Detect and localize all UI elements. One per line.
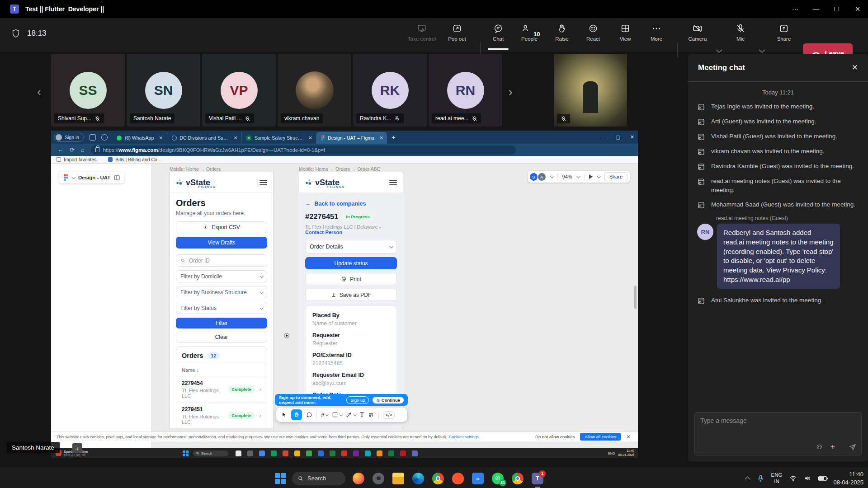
chevron-down-icon[interactable] [550,174,553,178]
mic-button[interactable]: Mic [726,23,755,48]
tray-expand-icon[interactable] [745,476,750,481]
chat-close-icon[interactable]: ✕ [852,63,858,72]
chevron-right-icon[interactable]: › [259,386,261,393]
people-button[interactable]: 10 People [515,23,543,48]
tab-close-icon[interactable]: ✕ [308,135,312,141]
present-chevron-icon[interactable] [597,174,600,178]
battery-icon[interactable] [818,476,827,481]
camera-options-chevron-icon[interactable] [716,47,722,53]
refresh-icon[interactable]: ⟳ [70,146,75,153]
presenter-add-button[interactable]: + [72,443,82,453]
wifi-icon[interactable] [789,474,797,482]
figma-canvas[interactable]: Design - UAT S A 94% Share Mobile: Home … [51,164,638,448]
order-details-select[interactable]: Order Details [305,240,397,253]
react-button[interactable]: React [579,23,607,48]
frame1-breadcrumb[interactable]: Mobile: Home → Orders [170,166,221,172]
name-column-header[interactable]: Name ↓ [176,364,267,376]
firefox-taskbar-icon[interactable] [352,472,365,485]
participant-tile[interactable]: RNread.ai mee... [429,54,502,127]
tiles-scroll-left-icon[interactable]: ‹ [37,85,41,99]
comment-tool-icon[interactable] [306,412,312,418]
browser-tab[interactable]: (6) WhatsApp✕ [112,132,167,144]
new-tab-button[interactable]: + [392,133,396,141]
camera-button[interactable]: Camera [684,23,712,48]
taskbar-search[interactable]: Search [292,472,345,485]
update-status-button[interactable]: Update status [305,257,397,269]
hand-tool-icon[interactable] [291,409,302,420]
address-bar[interactable]: https://www.figma.com/design/9BKQ0FOHRWa… [91,145,516,155]
chat-input[interactable] [700,417,856,424]
frame2-breadcrumb[interactable]: Mobile: Home → Orders → Order ABC [299,166,380,172]
order-row[interactable]: 2279454 TL Flex Holdings LLC Complete › [176,376,267,403]
figma-frame-order-detail[interactable]: vState FILINGS ← Back to companies #2276… [299,172,403,428]
mic-options-chevron-icon[interactable] [759,47,765,53]
filter-dropdown[interactable]: Filter by Business Structure [176,286,267,298]
participant-tile[interactable]: VPVishal Patil ... [202,54,276,127]
move-tool-icon[interactable] [281,412,287,418]
teams-taskbar-icon[interactable]: T1 [531,472,544,485]
explorer-taskbar-icon[interactable] [392,472,405,485]
home-icon[interactable]: ⌂ [81,146,85,153]
shared-pinned-app-icon[interactable] [330,450,335,456]
close-button[interactable]: ✕ [847,0,868,18]
more-button[interactable]: More [642,23,670,48]
browser-tab[interactable]: XSample Salary Structure with calc✕ [242,132,316,144]
filter-dropdown[interactable]: Filter by Status [176,302,267,314]
shared-pinned-app-icon[interactable] [377,450,382,456]
shared-pinned-app-icon[interactable] [259,450,265,456]
shared-pinned-app-icon[interactable] [271,450,277,456]
workspaces-icon[interactable] [90,134,96,141]
browser-maximize-icon[interactable]: ▢ [615,134,620,140]
cookies-settings-link[interactable]: Cookies settings [449,435,479,439]
bills-bookmark[interactable]: Bills | Billing and Co... [108,157,161,162]
tab-close-icon[interactable]: ✕ [379,135,383,141]
back-icon[interactable]: ← [57,146,63,153]
send-icon[interactable] [849,443,857,451]
import-favorites-button[interactable]: Import favorites [57,157,96,162]
raise-hand-button[interactable]: Raise [548,23,576,48]
canvas-scrollbar[interactable] [634,286,637,309]
start-button[interactable] [275,473,286,484]
minimize-button[interactable]: — [806,0,826,18]
order-id-input[interactable]: Order ID [176,254,267,267]
browser-minimize-icon[interactable]: — [600,135,605,140]
signup-button[interactable]: Sign up [346,396,369,404]
chat-compose-box[interactable]: ☺ + [694,412,862,455]
tab-close-icon[interactable]: ✕ [234,135,238,141]
news-widget[interactable]: Sports Headline KKR vs LSG, IPL [56,450,88,457]
shared-pinned-app-icon[interactable] [400,450,406,456]
dev-mode-tool-icon[interactable]: </> [383,411,395,419]
shared-pinned-app-icon[interactable] [247,450,253,456]
chrome-taskbar-icon[interactable] [431,472,445,485]
browser-signin-button[interactable]: Sign in [54,133,84,142]
collaborator-avatar-s[interactable]: S [530,173,538,181]
hamburger-menu-icon[interactable] [259,180,267,187]
print-button[interactable]: Print [305,273,397,285]
window-more-icon[interactable]: ··· [785,0,806,18]
chevron-right-icon[interactable]: › [259,412,261,419]
google-continue-button[interactable]: G Continue [373,397,404,404]
zoom-chevron-icon[interactable] [576,174,580,178]
tab-actions-icon[interactable] [101,134,108,141]
shared-pinned-app-icon[interactable] [318,450,324,456]
attach-plus-icon[interactable]: + [830,442,835,451]
pen-tool-icon[interactable] [346,412,356,418]
shared-pinned-app-icon[interactable] [388,450,394,456]
view-drafts-button[interactable]: View Drafts [176,237,267,249]
participant-tile[interactable]: RKRavindra K... [353,54,427,127]
figma-doc-chip[interactable]: Design - UAT [59,172,124,183]
tiles-scroll-right-icon[interactable]: › [508,84,513,99]
text-tool-icon[interactable]: T [360,411,364,418]
shared-pinned-app-icon[interactable] [412,450,418,456]
zoom-level[interactable]: 94% [562,174,572,179]
share-button[interactable]: Share [770,23,798,48]
participant-tile[interactable]: SNSantosh Narate [127,54,200,127]
pop-out-button[interactable]: Pop out [443,23,471,48]
resources-tool-icon[interactable] [368,412,374,418]
contact-person-link[interactable]: Contact-Person [305,230,342,235]
whatsapp-taskbar-icon[interactable]: ✆81 [491,472,505,485]
shared-pinned-app-icon[interactable] [306,450,312,456]
settings-taskbar-icon[interactable] [372,472,385,485]
browser-close-icon[interactable]: ✕ [630,134,634,140]
participant-tile[interactable]: SSShivani Sup... [51,54,125,127]
